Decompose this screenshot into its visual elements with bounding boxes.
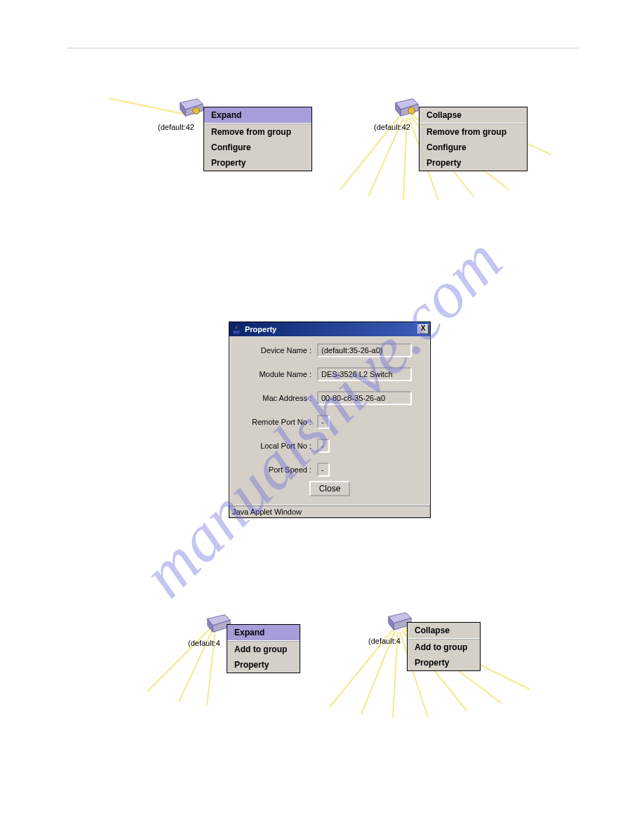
menu-item-remove-from-group[interactable]: Remove from group [420,124,527,140]
value-local-port: - [317,439,330,453]
svg-line-0 [109,98,186,114]
menu-item-property[interactable]: Property [408,655,480,670]
value-port-speed: - [317,463,330,477]
menu-item-property[interactable]: Property [227,657,300,673]
menu-item-property[interactable]: Property [204,155,311,171]
dialog-body: Device Name : (default:35-26-a0) Module … [229,336,430,505]
menu-item-expand[interactable]: Expand [227,625,300,641]
dialog-close-button[interactable]: X [417,324,429,334]
menu-item-remove-from-group[interactable]: Remove from group [204,124,311,140]
label-local-port: Local Port No : [234,442,317,450]
menu-item-configure[interactable]: Configure [420,140,527,155]
value-device-name: (default:35-26-a0) [317,343,412,357]
context-menu: Collapse Add to group Property [407,622,481,671]
menu-item-expand[interactable]: Expand [204,107,311,124]
device-label: (default:42 [158,123,194,131]
scene-top-right: (default:42 Collapse Remove from group C… [326,91,558,211]
device-label: (default:42 [374,123,410,131]
svg-point-15 [408,107,415,114]
dialog-titlebar[interactable]: Property X [229,322,430,336]
close-button[interactable]: Close [309,481,351,496]
value-module-name: DES-3526 L2 Switch [317,367,412,381]
scene-top-left: (default:42 Expand Remove from group Con… [102,91,319,197]
value-mac-address: 00-80-c8-35-26-a0 [317,391,412,405]
label-remote-port: Remote Port No : [234,418,317,426]
scene-bottom-left: (default:4 Expand Add to group Property [140,607,323,713]
context-menu: Expand Remove from group Configure Prope… [203,107,312,171]
device-label: (default:4 [368,637,401,645]
device-icon[interactable] [393,97,420,119]
menu-item-collapse[interactable]: Collapse [408,623,480,639]
menu-item-add-to-group[interactable]: Add to group [227,641,300,657]
label-module-name: Module Name : [234,370,317,378]
svg-point-4 [193,107,200,114]
device-label: (default:4 [188,639,220,647]
value-remote-port: - [317,415,330,429]
label-port-speed: Port Speed : [234,465,317,474]
dialog-statusbar: Java Applet Window [229,505,430,517]
context-menu: Collapse Remove from group Configure Pro… [419,107,528,171]
menu-item-collapse[interactable]: Collapse [420,107,527,124]
device-icon[interactable] [177,97,204,119]
dialog-title: Property [245,325,417,333]
scene-bottom-right: (default:4 Collapse Add to group Propert… [316,605,547,724]
menu-item-add-to-group[interactable]: Add to group [408,639,480,655]
menu-item-property[interactable]: Property [420,155,527,171]
label-mac-address: Mac Address : [234,394,317,402]
label-device-name: Device Name : [234,346,317,355]
context-menu: Expand Add to group Property [227,624,300,673]
java-icon [231,324,242,335]
page-top-rule [67,48,579,48]
menu-item-configure[interactable]: Configure [204,140,311,155]
property-dialog: Property X Device Name : (default:35-26-… [229,322,431,518]
svg-line-16 [147,628,210,691]
